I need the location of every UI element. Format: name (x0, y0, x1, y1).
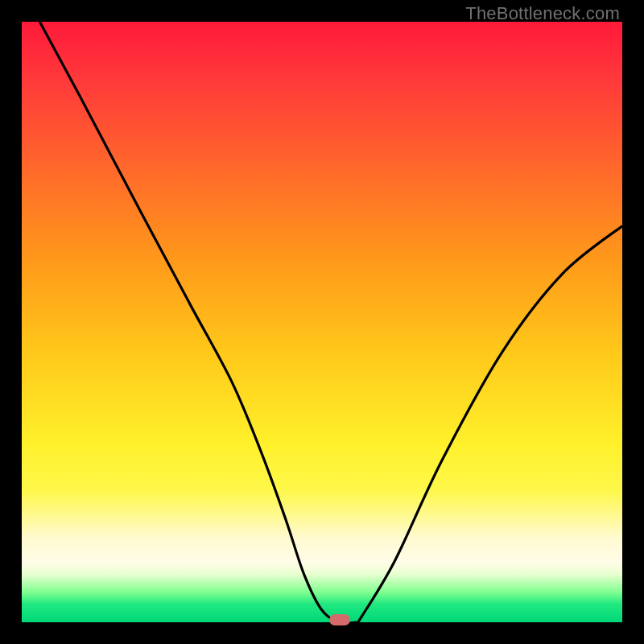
optimum-marker (329, 614, 350, 625)
bottleneck-curve-svg (22, 22, 622, 622)
curve-left (39, 22, 357, 623)
chart-container: TheBottleneck.com (0, 0, 644, 644)
curve-right (358, 226, 622, 622)
